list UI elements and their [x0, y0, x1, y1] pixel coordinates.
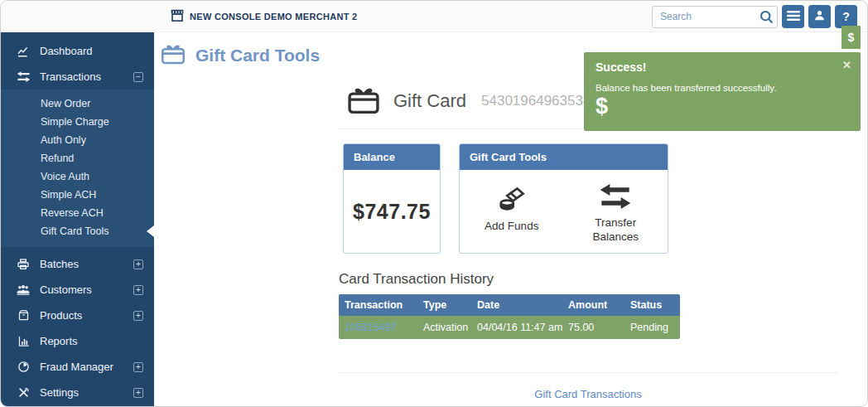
- sidebar-item-label: Settings: [40, 386, 79, 399]
- success-toast: Success! ✕ Balance has been transferred …: [584, 52, 861, 131]
- add-funds-label: Add Funds: [483, 220, 541, 234]
- merchant-name: NEW CONSOLE DEMO MERCHANT 2: [190, 12, 357, 22]
- submenu-item-refund[interactable]: Refund: [1, 149, 154, 167]
- sidebar-item-dashboard[interactable]: Dashboard: [1, 38, 154, 64]
- sidebar-item-label: Transactions: [40, 70, 101, 83]
- transfer-arrows-icon: [15, 70, 31, 83]
- gift-card-tools-panel: Gift Card Tools: [459, 143, 668, 254]
- cell-date: 04/04/16 11:47 am: [471, 322, 562, 333]
- sidebar-item-batches[interactable]: Batches +: [1, 251, 154, 277]
- sidebar-item-products[interactable]: Products +: [1, 303, 154, 328]
- sidebar-item-customers[interactable]: Customers +: [1, 277, 154, 303]
- printer-icon: [15, 258, 31, 271]
- history-heading: Card Transaction History: [339, 271, 837, 288]
- search-icon[interactable]: [759, 9, 774, 28]
- toast-title: Success!: [596, 61, 849, 74]
- col-type: Type: [417, 299, 471, 311]
- sidebar-item-settings[interactable]: Settings +: [1, 380, 154, 405]
- collapse-icon[interactable]: −: [133, 72, 143, 82]
- expand-icon[interactable]: +: [133, 388, 143, 398]
- dashboard-chart-icon: [15, 45, 31, 58]
- fraud-shield-icon: [15, 361, 31, 373]
- sidebar-item-label: Dashboard: [40, 45, 93, 57]
- page-title: Gift Card Tools: [195, 46, 320, 65]
- topbar-actions: ?: [652, 1, 857, 32]
- search-box: [652, 6, 778, 28]
- expand-icon[interactable]: +: [133, 259, 143, 269]
- balance-panel: Balance $747.75: [343, 143, 441, 254]
- toast-dollar-sign: $: [596, 94, 849, 119]
- table-row: 105815497 Activation 04/04/16 11:47 am 7…: [339, 316, 680, 339]
- sidebar-item-transactions[interactable]: Transactions −: [1, 64, 154, 90]
- gift-card-label: Gift Card: [393, 90, 466, 112]
- merchant-label: NEW CONSOLE DEMO MERCHANT 2: [171, 9, 357, 23]
- sidebar-item-label: Fraud Manager: [40, 361, 113, 373]
- hamburger-icon: [787, 10, 800, 24]
- transfer-balances-label: Transfer Balances: [586, 216, 644, 245]
- close-icon[interactable]: ✕: [842, 59, 851, 71]
- topbar: NEW CONSOLE DEMO MERCHANT 2: [1, 1, 867, 32]
- expand-icon[interactable]: +: [133, 362, 143, 372]
- gift-icon-large: [347, 85, 380, 118]
- submenu-item-auth-only[interactable]: Auth Only: [1, 131, 154, 149]
- col-status: Status: [624, 299, 680, 311]
- col-transaction: Transaction: [339, 299, 417, 311]
- submenu-item-simple-ach[interactable]: Simple ACH: [1, 186, 154, 204]
- tools-icon: [15, 386, 31, 399]
- package-icon: [15, 309, 31, 322]
- col-amount: Amount: [562, 299, 624, 311]
- cards-row: Balance $747.75 Gift Card Tools: [339, 143, 837, 254]
- sidebar-item-reports[interactable]: Reports: [1, 328, 154, 354]
- tools-panel-header: Gift Card Tools: [460, 144, 668, 170]
- divider: [339, 372, 837, 373]
- submenu-item-label: Gift Card Tools: [41, 225, 108, 237]
- transaction-id-link[interactable]: 105815497: [345, 322, 397, 333]
- help-button[interactable]: ?: [835, 5, 857, 28]
- tools-body: Add Funds Transfer Balances: [460, 170, 668, 253]
- expand-icon[interactable]: +: [133, 311, 143, 321]
- gift-card-number: 54301964963534: [481, 93, 591, 109]
- dollar-badge[interactable]: $: [841, 26, 861, 49]
- balance-amount: $747.75: [344, 170, 440, 253]
- sidebar-item-label: Customers: [40, 283, 92, 296]
- bar-chart-icon: [15, 335, 31, 347]
- submenu-item-reverse-ach[interactable]: Reverse ACH: [1, 204, 154, 222]
- sidebar-item-label: Products: [40, 309, 82, 322]
- cell-amount: 75.00: [562, 322, 624, 333]
- active-item-caret: [147, 225, 154, 237]
- sidebar-item-label: Batches: [40, 258, 79, 270]
- expand-icon[interactable]: +: [133, 285, 143, 295]
- people-icon: [15, 283, 31, 296]
- cell-status: Pending: [624, 322, 680, 333]
- submenu-item-voice-auth[interactable]: Voice Auth: [1, 167, 154, 186]
- transactions-submenu: New Order Simple Charge Auth Only Refund…: [1, 90, 154, 247]
- submenu-item-new-order[interactable]: New Order: [1, 94, 154, 113]
- menu-button[interactable]: [782, 5, 804, 28]
- account-button[interactable]: [808, 5, 831, 28]
- add-funds-button[interactable]: Add Funds: [483, 183, 541, 234]
- balance-panel-header: Balance: [344, 144, 440, 170]
- transaction-history-table: Transaction Type Date Amount Status 1058…: [339, 294, 680, 339]
- submenu-item-simple-charge[interactable]: Simple Charge: [1, 113, 154, 131]
- gift-card-transactions-link[interactable]: Gift Card Transactions: [534, 388, 641, 400]
- add-funds-coins-icon: [496, 183, 528, 216]
- col-date: Date: [471, 299, 562, 311]
- table-header-row: Transaction Type Date Amount Status: [339, 294, 680, 316]
- submenu-item-gift-card-tools[interactable]: Gift Card Tools: [1, 222, 154, 240]
- sidebar-item-label: Reports: [40, 335, 78, 347]
- storefront-icon: [171, 9, 184, 23]
- transfer-balances-button[interactable]: Transfer Balances: [586, 183, 644, 245]
- transfer-balances-icon: [599, 183, 632, 212]
- sidebar: Dashboard Transactions − New Order Simpl…: [1, 32, 154, 406]
- person-icon: [813, 9, 826, 24]
- gift-icon: [161, 42, 186, 68]
- cell-type: Activation: [417, 322, 471, 333]
- app-window: NEW CONSOLE DEMO MERCHANT 2: [0, 0, 868, 407]
- content-column: Gift Card 54301964963534 Balance $747.75…: [339, 85, 837, 401]
- toast-message: Balance has been transferred successfull…: [596, 83, 849, 93]
- sidebar-item-fraud-manager[interactable]: Fraud Manager +: [1, 354, 154, 380]
